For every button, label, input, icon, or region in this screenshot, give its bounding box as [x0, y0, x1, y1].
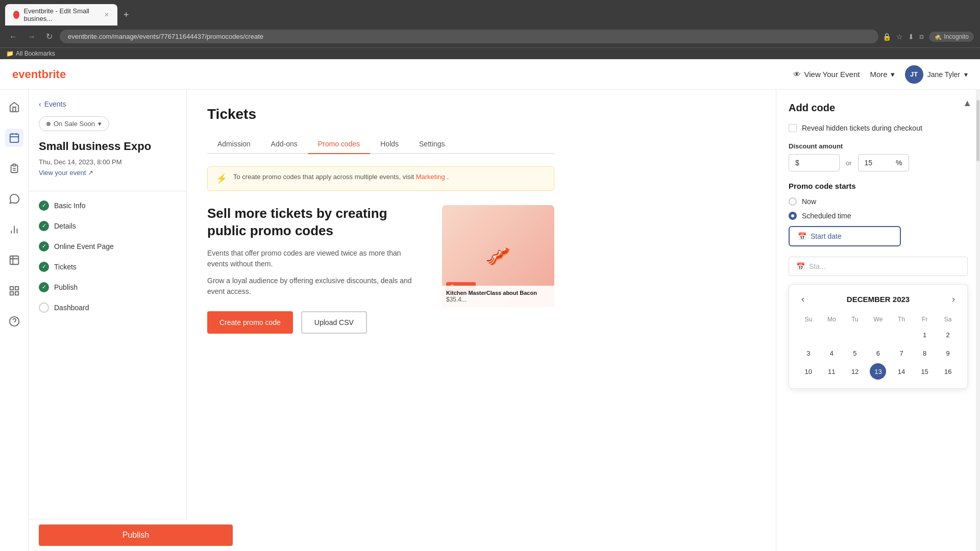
user-avatar[interactable]: JT: [905, 65, 923, 84]
cal-day-14[interactable]: 14: [893, 363, 910, 380]
discount-pct-input[interactable]: 15 %: [858, 154, 909, 171]
nav-item-online-event-page[interactable]: ✓ Online Event Page: [29, 236, 186, 257]
view-event-button[interactable]: 👁 View Your Event: [793, 70, 860, 79]
cal-day-9[interactable]: 9: [940, 345, 956, 361]
reveal-label: Reveal hidden tickets during checkout: [802, 124, 922, 132]
active-tab[interactable]: Eventbrite - Edit Small busines... ✕: [5, 4, 117, 26]
discount-dollar-input[interactable]: $: [789, 154, 840, 171]
incognito-badge: 🕵 Incognito: [929, 32, 974, 42]
promo-section: Sell more tickets by creating public pro…: [207, 205, 554, 334]
marketing-nav-icon[interactable]: [5, 190, 23, 208]
cal-day-7[interactable]: 7: [893, 345, 910, 361]
cal-day-10[interactable]: 10: [800, 363, 817, 380]
finance-nav-icon[interactable]: [5, 251, 23, 269]
cal-day-empty-5: [893, 327, 910, 343]
day-header-fr: Fr: [914, 314, 936, 325]
check-icon: ✓: [39, 241, 49, 252]
view-event-link[interactable]: View your event ↗: [29, 169, 186, 187]
nav-item-basic-info[interactable]: ✓ Basic Info: [29, 195, 186, 216]
radio-now[interactable]: Now: [789, 197, 968, 206]
cal-day-15[interactable]: 15: [917, 363, 933, 380]
cal-day-16[interactable]: 16: [940, 363, 956, 380]
left-nav-panel: ‹ Events On Sale Soon ▾ Small business E…: [29, 90, 187, 551]
scrollbar-thumb[interactable]: [976, 100, 979, 161]
nav-item-details[interactable]: ✓ Details: [29, 216, 186, 236]
start-date-button[interactable]: 📅 Start date: [789, 226, 901, 246]
cal-day-11[interactable]: 11: [823, 363, 840, 380]
download-icon[interactable]: ⬇: [908, 33, 914, 41]
panel-inner: Add code ▲ Reveal hidden tickets during …: [776, 90, 980, 401]
forward-btn[interactable]: →: [24, 30, 39, 43]
calendar-next-btn[interactable]: ›: [948, 293, 959, 306]
apps-nav-icon[interactable]: [5, 282, 23, 300]
cal-day-12[interactable]: 12: [847, 363, 863, 380]
back-btn[interactable]: ←: [6, 30, 20, 43]
svg-rect-13: [10, 292, 13, 295]
tab-holds[interactable]: Holds: [370, 135, 409, 154]
app-logo[interactable]: eventbrite: [12, 68, 66, 81]
publish-button[interactable]: Publish: [187, 524, 233, 546]
chevron-down-icon: ▾: [891, 70, 895, 79]
cal-day-13-today[interactable]: 13: [870, 363, 886, 380]
status-chevron-icon: ▾: [98, 120, 102, 128]
info-icon: ⚡: [216, 173, 227, 184]
calendar-prev-btn[interactable]: ‹: [797, 293, 808, 306]
info-banner: ⚡ To create promo codes that apply acros…: [207, 166, 554, 191]
tab-favicon: [13, 11, 19, 19]
panel-close-btn[interactable]: ▲: [963, 98, 972, 109]
cal-day-6[interactable]: 6: [870, 345, 886, 361]
marketing-link[interactable]: Marketing: [416, 173, 445, 181]
lock-icon: 🔒: [883, 33, 891, 41]
reveal-tickets-row: Reveal hidden tickets during checkout: [789, 124, 968, 132]
upload-csv-btn[interactable]: Upload CSV: [301, 311, 367, 334]
tab-close-btn[interactable]: ✕: [104, 11, 109, 18]
tab-admission[interactable]: Admission: [207, 135, 261, 154]
create-promo-btn[interactable]: Create promo code: [207, 311, 293, 334]
nav-item-tickets[interactable]: ✓ Tickets: [29, 257, 186, 277]
tab-addons[interactable]: Add-ons: [261, 135, 308, 154]
bookmark-icon[interactable]: ☆: [896, 33, 903, 41]
event-date: Thu, Dec 14, 2023, 8:00 PM: [29, 158, 186, 169]
cal-day-2[interactable]: 2: [940, 327, 956, 343]
back-to-events[interactable]: ‹ Events: [29, 100, 186, 116]
calendar-header: ‹ DECEMBER 2023 ›: [797, 293, 959, 306]
home-nav-icon[interactable]: [5, 98, 23, 116]
user-name[interactable]: Jane Tyler: [927, 70, 960, 79]
more-button[interactable]: More ▾: [870, 70, 894, 79]
cal-day-empty-2: [823, 327, 840, 343]
new-tab-btn[interactable]: +: [119, 8, 133, 22]
tab-settings[interactable]: Settings: [409, 135, 455, 154]
radio-scheduled-circle[interactable]: [789, 212, 797, 220]
orders-nav-icon[interactable]: [5, 159, 23, 178]
extensions-icon[interactable]: ⧈: [919, 32, 924, 41]
radio-now-circle[interactable]: [789, 197, 797, 206]
tab-promo-codes[interactable]: Promo codes: [308, 135, 370, 154]
calendar-grid: Su Mo Tu We Th Fr Sa 1 2 3 4 5: [797, 314, 959, 380]
address-bar[interactable]: [60, 30, 878, 43]
check-icon: ✓: [39, 262, 49, 272]
reports-nav-icon[interactable]: [5, 220, 23, 239]
svg-rect-11: [10, 287, 13, 290]
cal-day-4[interactable]: 4: [823, 345, 840, 361]
cal-day-3[interactable]: 3: [800, 345, 817, 361]
svg-rect-10: [10, 256, 18, 265]
nav-item-publish[interactable]: ✓ Publish: [29, 277, 186, 297]
event-status-badge[interactable]: On Sale Soon ▾: [39, 116, 109, 131]
cal-day-8[interactable]: 8: [917, 345, 933, 361]
radio-scheduled[interactable]: Scheduled time: [789, 212, 968, 220]
refresh-btn[interactable]: ↻: [43, 30, 56, 43]
promo-actions: Create promo code Upload CSV: [207, 311, 422, 334]
calendar-icon: 📅: [798, 232, 806, 240]
reveal-checkbox[interactable]: [789, 124, 797, 132]
incognito-icon: 🕵: [934, 33, 942, 40]
calendar-nav-icon[interactable]: [5, 129, 23, 147]
cal-day-5[interactable]: 5: [847, 345, 863, 361]
cal-day-1[interactable]: 1: [917, 327, 933, 343]
page-title: Tickets: [207, 106, 554, 122]
cal-day-empty-3: [847, 327, 863, 343]
nav-item-dashboard[interactable]: Dashboard: [29, 297, 186, 318]
promo-ends-input[interactable]: 📅 Sta...: [789, 257, 968, 276]
help-nav-icon[interactable]: [5, 312, 23, 331]
tabs-bar: Admission Add-ons Promo codes Holds Sett…: [207, 135, 554, 154]
check-icon: ✓: [39, 282, 49, 292]
